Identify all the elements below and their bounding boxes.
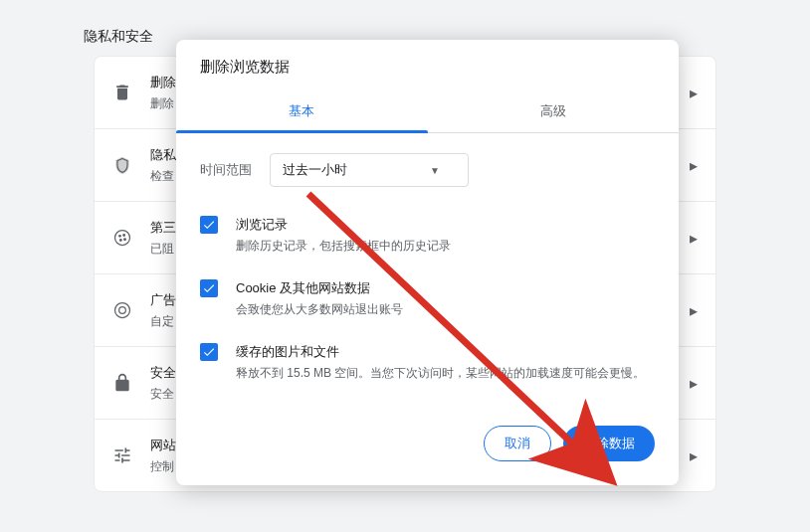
option-sub: 释放不到 15.5 MB 空间。当您下次访问时，某些网站的加载速度可能会更慢。 xyxy=(236,364,655,382)
checkbox-history[interactable] xyxy=(200,216,218,234)
clear-data-dialog: 删除浏览数据 基本 高级 时间范围 过去一小时 ▼ 浏览记录 删除历史记录，包括… xyxy=(176,40,679,485)
check-icon xyxy=(202,218,216,232)
option-sub: 会致使您从大多数网站退出账号 xyxy=(236,300,655,318)
cancel-button[interactable]: 取消 xyxy=(484,426,551,461)
option-title: Cookie 及其他网站数据 xyxy=(236,278,655,298)
cookie-icon xyxy=(112,228,132,248)
trash-icon xyxy=(112,83,132,102)
svg-point-1 xyxy=(119,236,121,238)
chevron-right-icon: ▸ xyxy=(690,446,698,465)
dialog-title: 删除浏览数据 xyxy=(176,40,679,90)
chevron-right-icon: ▸ xyxy=(690,84,698,102)
svg-point-0 xyxy=(115,231,130,246)
tab-advanced[interactable]: 高级 xyxy=(428,90,680,132)
checkbox-cache[interactable] xyxy=(200,343,218,361)
check-icon xyxy=(202,345,216,359)
option-sub: 删除历史记录，包括搜索框中的历史记录 xyxy=(236,237,655,255)
time-range-label: 时间范围 xyxy=(200,161,252,179)
privacy-icon xyxy=(112,155,132,175)
check-icon xyxy=(202,281,216,295)
tab-basic[interactable]: 基本 xyxy=(176,90,428,132)
lock-icon xyxy=(112,373,132,393)
chevron-right-icon: ▸ xyxy=(690,229,698,248)
chevron-right-icon: ▸ xyxy=(690,156,698,175)
time-range-value: 过去一小时 xyxy=(283,161,347,179)
svg-point-4 xyxy=(124,239,126,241)
chevron-right-icon: ▸ xyxy=(690,374,698,393)
svg-point-6 xyxy=(119,307,126,314)
checkbox-cookies[interactable] xyxy=(200,279,218,297)
option-title: 浏览记录 xyxy=(236,215,655,235)
chevron-down-icon: ▼ xyxy=(430,165,440,176)
time-range-select[interactable]: 过去一小时 ▼ xyxy=(270,153,469,187)
ads-icon xyxy=(112,300,132,320)
chevron-right-icon: ▸ xyxy=(690,301,698,320)
sliders-icon xyxy=(112,445,132,465)
option-title: 缓存的图片和文件 xyxy=(236,342,655,362)
svg-point-2 xyxy=(123,235,125,237)
delete-data-button[interactable]: 删除数据 xyxy=(563,426,655,461)
svg-point-3 xyxy=(120,240,122,242)
svg-point-5 xyxy=(115,303,130,318)
